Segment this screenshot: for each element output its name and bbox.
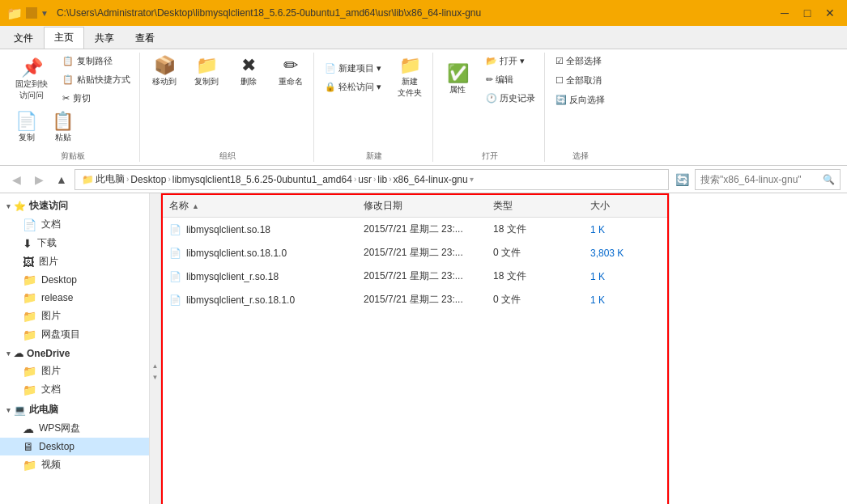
sidebar-item-cloud[interactable]: 📁 网盘项目 xyxy=(0,325,149,344)
sidebar-header-thispc[interactable]: ▾ 💻 此电脑 xyxy=(0,400,149,419)
tab-file[interactable]: 文件 xyxy=(3,28,44,49)
pasteshortcut-icon: 📋 xyxy=(62,74,74,85)
file-icon-1: 📄 xyxy=(169,248,181,259)
breadcrumb-desktop[interactable]: Desktop xyxy=(130,174,166,185)
file-row-3[interactable]: 📄 libmysqlclient_r.so.18.1.0 2015/7/21 星… xyxy=(163,288,667,311)
tab-view[interactable]: 查看 xyxy=(125,28,165,49)
ribbon-tabs: 文件 主页 共享 查看 xyxy=(0,26,847,49)
sidebar-item-desktop-pc[interactable]: 🖥 Desktop xyxy=(0,438,149,455)
sidebar-item-downloads[interactable]: ⬇ 下载 xyxy=(0,234,149,252)
breadcrumb[interactable]: 📁 此电脑 › Desktop › libmysqlclient18_5.6.2… xyxy=(74,169,669,190)
file-type-0: 18 文件 xyxy=(487,219,584,239)
breadcrumb-folder-icon: 📁 xyxy=(82,174,94,185)
select-none-button[interactable]: ☐ 全部取消 xyxy=(550,72,611,89)
breadcrumb-dropdown[interactable]: ▾ xyxy=(470,175,474,184)
select-all-button[interactable]: ☑ 全部选择 xyxy=(550,53,611,70)
move-to-button[interactable]: 📦 移动到 xyxy=(145,53,184,91)
file-icon-2: 📄 xyxy=(169,271,181,282)
copy-button[interactable]: 📄 复制 xyxy=(10,108,43,147)
cloud-icon: 📁 xyxy=(23,328,36,341)
sidebar-section-onedrive: ▾ ☁ OneDrive 📁 图片 📁 文档 xyxy=(0,345,149,399)
edit-button[interactable]: ✏ 编辑 xyxy=(480,71,541,88)
breadcrumb-sep-1: › xyxy=(168,175,170,184)
desktop-qa-label: Desktop xyxy=(41,274,77,286)
ribbon-content: 📌 固定到快 访问问 📋复制路径 📋粘贴快捷方式 ✂剪切 📄 复制 📋 粘贴 xyxy=(0,49,847,165)
copy-path-button[interactable]: 📋复制路径 xyxy=(57,53,136,70)
thispc-label: 此电脑 xyxy=(29,403,58,417)
invert-selection-button[interactable]: 🔄 反向选择 xyxy=(550,91,611,108)
delete-button[interactable]: ✖ 删除 xyxy=(229,53,268,91)
back-button[interactable]: ◀ xyxy=(6,170,26,189)
sidebar-item-release[interactable]: 📁 release xyxy=(0,289,149,307)
new-item-button[interactable]: 📄 新建项目 ▾ xyxy=(319,60,387,77)
forward-button[interactable]: ▶ xyxy=(29,170,49,189)
sidebar-item-desktop-qa[interactable]: 📁 Desktop xyxy=(0,271,149,289)
preview-panel: 选择要预览的文件。 xyxy=(669,193,847,504)
tab-share[interactable]: 共享 xyxy=(84,28,125,49)
pin-to-quickaccess-button[interactable]: 📌 固定到快 访问问 xyxy=(10,55,53,105)
sidebar-item-pictures2[interactable]: 📁 图片 xyxy=(0,307,149,325)
search-box[interactable]: 🔍 xyxy=(695,169,841,190)
paste-button[interactable]: 📋 粘贴 xyxy=(46,108,79,147)
file-row-1[interactable]: 📄 libmysqlclient.so.18.1.0 2015/7/21 星期二… xyxy=(163,241,667,265)
new-row: 📄 新建项目 ▾ 🔒 轻松访问 ▾ 📁 新建 文件夹 xyxy=(319,53,429,103)
easy-access-button[interactable]: 🔒 轻松访问 ▾ xyxy=(319,78,387,95)
open-button[interactable]: 📂 打开 ▾ xyxy=(480,53,541,70)
paste-shortcut-button[interactable]: 📋粘贴快捷方式 xyxy=(57,71,136,88)
col-header-type[interactable]: 类型 xyxy=(487,196,584,216)
title-icon-3: ▼ xyxy=(40,9,49,18)
sidebar-arrow-down[interactable]: ▼ xyxy=(151,373,160,383)
title-icon-1: 📁 xyxy=(6,6,23,21)
refresh-button[interactable]: 🔄 xyxy=(672,170,692,189)
copyto-icon: 📁 xyxy=(196,57,218,74)
copy-to-button[interactable]: 📁 复制到 xyxy=(187,53,226,91)
close-button[interactable]: ✕ xyxy=(819,5,841,21)
breadcrumb-lib2[interactable]: lib xyxy=(377,174,387,185)
sidebar-item-videos[interactable]: 📁 视频 xyxy=(0,455,149,474)
sidebar-item-docs[interactable]: 📄 文档 xyxy=(0,215,149,234)
cut-button[interactable]: ✂剪切 xyxy=(57,90,136,107)
ribbon-group-new: 📄 新建项目 ▾ 🔒 轻松访问 ▾ 📁 新建 文件夹 新建 xyxy=(316,53,433,162)
properties-button[interactable]: ✅ 属性 xyxy=(438,61,477,100)
quickaccess-icon: ⭐ xyxy=(14,201,26,212)
file-row-0[interactable]: 📄 libmysqlclient.so.18 2015/7/21 星期二 23:… xyxy=(163,218,667,241)
organize-row: 📦 移动到 📁 复制到 ✖ 删除 ✏ 重命名 xyxy=(145,53,310,91)
breadcrumb-thispc[interactable]: 此电脑 xyxy=(96,172,125,186)
search-input[interactable] xyxy=(700,174,819,185)
sidebar-header-onedrive[interactable]: ▾ ☁ OneDrive xyxy=(0,345,149,362)
file-row-2[interactable]: 📄 libmysqlclient_r.so.18 2015/7/21 星期二 2… xyxy=(163,265,667,288)
up-button[interactable]: ▲ xyxy=(52,170,71,189)
sidebar-item-od-pictures[interactable]: 📁 图片 xyxy=(0,362,149,380)
col-header-size[interactable]: 大小 xyxy=(584,196,649,216)
maximize-button[interactable]: □ xyxy=(797,5,818,21)
sidebar-resize-handle: ▲ ▼ xyxy=(150,193,161,504)
minimize-button[interactable]: ─ xyxy=(774,5,795,21)
breadcrumb-usr[interactable]: usr xyxy=(358,174,372,185)
sidebar-item-od-docs[interactable]: 📁 文档 xyxy=(0,380,149,399)
onedrive-label: OneDrive xyxy=(27,348,70,359)
od-pictures-icon: 📁 xyxy=(23,365,36,378)
sidebar-arrow-up[interactable]: ▲ xyxy=(151,362,160,371)
tab-home[interactable]: 主页 xyxy=(44,27,84,49)
col-header-name[interactable]: 名称 ▲ xyxy=(163,196,357,216)
breadcrumb-lib[interactable]: libmysqlclient18_5.6.25-0ubuntu1_amd64 xyxy=(172,174,352,185)
col-header-date[interactable]: 修改日期 xyxy=(357,196,487,216)
sidebar-item-pictures[interactable]: 🖼 图片 xyxy=(0,252,149,271)
sidebar-header-quickaccess[interactable]: ▾ ⭐ 快速访问 xyxy=(0,197,149,215)
file-list-container[interactable]: 名称 ▲ 修改日期 类型 大小 📄 libmysqlclient.so.18 xyxy=(161,193,669,504)
history-button[interactable]: 🕐 历史记录 xyxy=(480,90,541,107)
sort-arrow: ▲ xyxy=(192,202,199,210)
ribbon-group-clipboard: 📌 固定到快 访问问 📋复制路径 📋粘贴快捷方式 ✂剪切 📄 复制 📋 粘贴 xyxy=(6,53,140,162)
wps-icon: ☁ xyxy=(23,422,34,435)
properties-icon: ✅ xyxy=(447,65,469,83)
rename-button[interactable]: ✏ 重命名 xyxy=(271,53,310,91)
cut-icon: ✂ xyxy=(62,93,70,104)
file-name-3: 📄 libmysqlclient_r.so.18.1.0 xyxy=(163,291,357,309)
sidebar-item-wps[interactable]: ☁ WPS网盘 xyxy=(0,419,149,438)
sidebar-section-quickaccess: ▾ ⭐ 快速访问 📄 文档 ⬇ 下载 🖼 图片 📁 Desktop 📁 xyxy=(0,197,149,344)
new-folder-button[interactable]: 📁 新建 文件夹 xyxy=(390,53,429,103)
breadcrumb-arch[interactable]: x86_64-linux-gnu xyxy=(394,174,468,185)
open-row: ✅ 属性 📂 打开 ▾ ✏ 编辑 🕐 历史记录 xyxy=(438,53,541,107)
moveto-icon: 📦 xyxy=(154,57,176,74)
release-label: release xyxy=(41,292,73,303)
